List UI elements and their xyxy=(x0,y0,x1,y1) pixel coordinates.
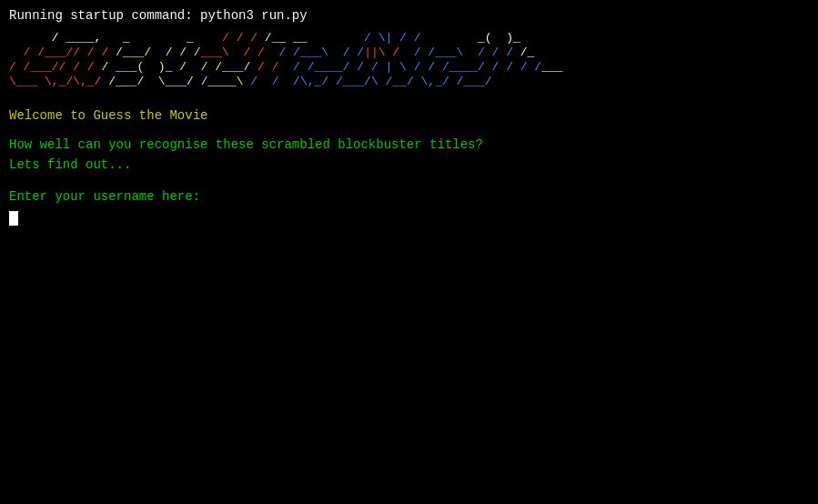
ascii-art-banner: / ____, _ _ / / / /__ __ / \| / / _( )_ … xyxy=(9,31,809,90)
startup-command-line: Running startup command: python3 run.py xyxy=(9,7,809,25)
description-text: How well can you recognise these scrambl… xyxy=(9,135,809,176)
cursor-line xyxy=(9,210,809,227)
text-cursor xyxy=(9,211,18,226)
terminal-window: Running startup command: python3 run.py … xyxy=(0,0,818,504)
welcome-message: Welcome to Guess the Movie xyxy=(9,106,809,126)
username-prompt-label: Enter your username here: xyxy=(9,187,809,207)
